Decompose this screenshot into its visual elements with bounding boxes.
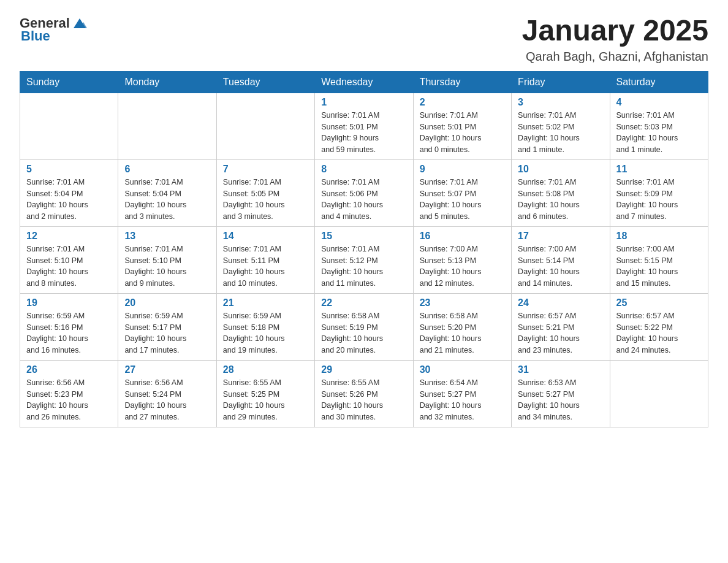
day-info: Sunrise: 7:01 AM Sunset: 5:12 PM Dayligh… xyxy=(321,243,406,289)
day-number: 19 xyxy=(26,297,112,308)
calendar-cell: 4Sunrise: 7:01 AM Sunset: 5:03 PM Daylig… xyxy=(610,93,708,159)
day-number: 29 xyxy=(321,364,406,375)
calendar-cell: 17Sunrise: 7:00 AM Sunset: 5:14 PM Dayli… xyxy=(512,226,610,293)
day-info: Sunrise: 7:01 AM Sunset: 5:05 PM Dayligh… xyxy=(223,177,308,223)
day-info: Sunrise: 7:01 AM Sunset: 5:01 PM Dayligh… xyxy=(420,110,505,156)
day-info: Sunrise: 7:01 AM Sunset: 5:02 PM Dayligh… xyxy=(518,110,603,156)
calendar-cell xyxy=(118,93,216,159)
calendar-cell: 14Sunrise: 7:01 AM Sunset: 5:11 PM Dayli… xyxy=(216,226,314,293)
day-number: 2 xyxy=(420,97,505,108)
day-number: 8 xyxy=(321,164,406,175)
day-info: Sunrise: 6:59 AM Sunset: 5:17 PM Dayligh… xyxy=(124,310,210,356)
calendar-title: January 2025 xyxy=(522,15,708,47)
day-info: Sunrise: 6:55 AM Sunset: 5:26 PM Dayligh… xyxy=(321,377,406,423)
header-day-tuesday: Tuesday xyxy=(216,71,314,93)
calendar-cell: 22Sunrise: 6:58 AM Sunset: 5:19 PM Dayli… xyxy=(315,293,413,360)
calendar-cell: 7Sunrise: 7:01 AM Sunset: 5:05 PM Daylig… xyxy=(216,159,314,226)
header-row: SundayMondayTuesdayWednesdayThursdayFrid… xyxy=(20,71,708,93)
day-number: 12 xyxy=(26,231,112,242)
calendar-cell: 3Sunrise: 7:01 AM Sunset: 5:02 PM Daylig… xyxy=(512,93,610,159)
day-info: Sunrise: 6:59 AM Sunset: 5:16 PM Dayligh… xyxy=(26,310,112,356)
day-number: 31 xyxy=(518,364,603,375)
day-info: Sunrise: 6:57 AM Sunset: 5:21 PM Dayligh… xyxy=(518,310,603,356)
calendar-cell: 10Sunrise: 7:01 AM Sunset: 5:08 PM Dayli… xyxy=(512,159,610,226)
day-number: 18 xyxy=(616,231,702,242)
day-info: Sunrise: 6:54 AM Sunset: 5:27 PM Dayligh… xyxy=(420,377,505,423)
day-number: 20 xyxy=(124,297,210,308)
week-row-1: 5Sunrise: 7:01 AM Sunset: 5:04 PM Daylig… xyxy=(20,159,708,226)
calendar-cell: 24Sunrise: 6:57 AM Sunset: 5:21 PM Dayli… xyxy=(512,293,610,360)
day-info: Sunrise: 7:00 AM Sunset: 5:13 PM Dayligh… xyxy=(420,243,505,289)
day-info: Sunrise: 7:01 AM Sunset: 5:03 PM Dayligh… xyxy=(616,110,702,156)
logo-icon xyxy=(71,15,88,32)
day-number: 22 xyxy=(321,297,406,308)
day-number: 17 xyxy=(518,231,603,242)
calendar-cell: 23Sunrise: 6:58 AM Sunset: 5:20 PM Dayli… xyxy=(413,293,511,360)
day-number: 1 xyxy=(321,97,406,108)
calendar-table: SundayMondayTuesdayWednesdayThursdayFrid… xyxy=(20,71,708,427)
header-day-sunday: Sunday xyxy=(20,71,118,93)
day-info: Sunrise: 7:01 AM Sunset: 5:07 PM Dayligh… xyxy=(420,177,505,223)
day-info: Sunrise: 6:55 AM Sunset: 5:25 PM Dayligh… xyxy=(223,377,308,423)
day-number: 14 xyxy=(223,231,308,242)
header-day-saturday: Saturday xyxy=(610,71,708,93)
day-number: 16 xyxy=(420,231,505,242)
calendar-cell: 5Sunrise: 7:01 AM Sunset: 5:04 PM Daylig… xyxy=(20,159,118,226)
calendar-cell: 21Sunrise: 6:59 AM Sunset: 5:18 PM Dayli… xyxy=(216,293,314,360)
calendar-cell: 2Sunrise: 7:01 AM Sunset: 5:01 PM Daylig… xyxy=(413,93,511,159)
day-number: 5 xyxy=(26,164,112,175)
day-number: 7 xyxy=(223,164,308,175)
header-day-monday: Monday xyxy=(118,71,216,93)
day-info: Sunrise: 6:57 AM Sunset: 5:22 PM Dayligh… xyxy=(616,310,702,356)
title-section: January 2025 Qarah Bagh, Ghazni, Afghani… xyxy=(522,15,708,64)
calendar-cell: 25Sunrise: 6:57 AM Sunset: 5:22 PM Dayli… xyxy=(610,293,708,360)
day-number: 11 xyxy=(616,164,702,175)
day-info: Sunrise: 7:01 AM Sunset: 5:08 PM Dayligh… xyxy=(518,177,603,223)
day-number: 23 xyxy=(420,297,505,308)
calendar-cell: 13Sunrise: 7:01 AM Sunset: 5:10 PM Dayli… xyxy=(118,226,216,293)
day-info: Sunrise: 7:01 AM Sunset: 5:09 PM Dayligh… xyxy=(616,177,702,223)
day-info: Sunrise: 7:01 AM Sunset: 5:04 PM Dayligh… xyxy=(124,177,210,223)
day-number: 13 xyxy=(124,231,210,242)
day-info: Sunrise: 7:01 AM Sunset: 5:06 PM Dayligh… xyxy=(321,177,406,223)
calendar-cell: 27Sunrise: 6:56 AM Sunset: 5:24 PM Dayli… xyxy=(118,360,216,427)
calendar-cell: 28Sunrise: 6:55 AM Sunset: 5:25 PM Dayli… xyxy=(216,360,314,427)
calendar-cell: 9Sunrise: 7:01 AM Sunset: 5:07 PM Daylig… xyxy=(413,159,511,226)
day-info: Sunrise: 7:01 AM Sunset: 5:01 PM Dayligh… xyxy=(321,110,406,156)
day-info: Sunrise: 7:00 AM Sunset: 5:14 PM Dayligh… xyxy=(518,243,603,289)
header-day-wednesday: Wednesday xyxy=(315,71,413,93)
calendar-cell: 18Sunrise: 7:00 AM Sunset: 5:15 PM Dayli… xyxy=(610,226,708,293)
day-info: Sunrise: 6:53 AM Sunset: 5:27 PM Dayligh… xyxy=(518,377,603,423)
day-info: Sunrise: 6:56 AM Sunset: 5:24 PM Dayligh… xyxy=(124,377,210,423)
week-row-4: 26Sunrise: 6:56 AM Sunset: 5:23 PM Dayli… xyxy=(20,360,708,427)
week-row-0: 1Sunrise: 7:01 AM Sunset: 5:01 PM Daylig… xyxy=(20,93,708,159)
day-number: 10 xyxy=(518,164,603,175)
page-header: General Blue January 2025 Qarah Bagh, Gh… xyxy=(20,15,708,64)
day-number: 27 xyxy=(124,364,210,375)
week-row-2: 12Sunrise: 7:01 AM Sunset: 5:10 PM Dayli… xyxy=(20,226,708,293)
day-number: 26 xyxy=(26,364,112,375)
header-day-thursday: Thursday xyxy=(413,71,511,93)
calendar-cell: 16Sunrise: 7:00 AM Sunset: 5:13 PM Dayli… xyxy=(413,226,511,293)
logo-blue: Blue xyxy=(21,28,50,44)
calendar-cell: 20Sunrise: 6:59 AM Sunset: 5:17 PM Dayli… xyxy=(118,293,216,360)
day-number: 3 xyxy=(518,97,603,108)
calendar-cell: 30Sunrise: 6:54 AM Sunset: 5:27 PM Dayli… xyxy=(413,360,511,427)
calendar-cell: 29Sunrise: 6:55 AM Sunset: 5:26 PM Dayli… xyxy=(315,360,413,427)
calendar-cell xyxy=(20,93,118,159)
week-row-3: 19Sunrise: 6:59 AM Sunset: 5:16 PM Dayli… xyxy=(20,293,708,360)
day-info: Sunrise: 7:00 AM Sunset: 5:15 PM Dayligh… xyxy=(616,243,702,289)
day-info: Sunrise: 6:58 AM Sunset: 5:19 PM Dayligh… xyxy=(321,310,406,356)
day-number: 9 xyxy=(420,164,505,175)
day-number: 24 xyxy=(518,297,603,308)
calendar-cell: 26Sunrise: 6:56 AM Sunset: 5:23 PM Dayli… xyxy=(20,360,118,427)
day-info: Sunrise: 6:59 AM Sunset: 5:18 PM Dayligh… xyxy=(223,310,308,356)
day-info: Sunrise: 7:01 AM Sunset: 5:04 PM Dayligh… xyxy=(26,177,112,223)
day-number: 25 xyxy=(616,297,702,308)
day-info: Sunrise: 6:58 AM Sunset: 5:20 PM Dayligh… xyxy=(420,310,505,356)
logo: General Blue xyxy=(20,15,88,44)
header-day-friday: Friday xyxy=(512,71,610,93)
calendar-cell: 12Sunrise: 7:01 AM Sunset: 5:10 PM Dayli… xyxy=(20,226,118,293)
day-number: 4 xyxy=(616,97,702,108)
calendar-cell: 8Sunrise: 7:01 AM Sunset: 5:06 PM Daylig… xyxy=(315,159,413,226)
